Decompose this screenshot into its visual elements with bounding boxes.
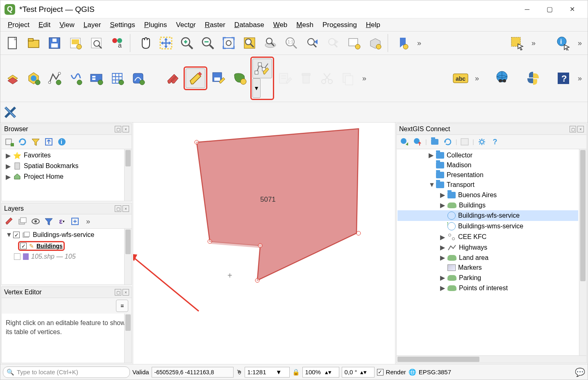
new-spatialite-button[interactable]	[66, 68, 85, 88]
label-tool-button[interactable]: abc	[451, 68, 470, 88]
tree-item[interactable]: ▶Collector	[397, 150, 578, 160]
tree-item[interactable]: ▼Transport	[397, 180, 578, 190]
vertex-marker[interactable]	[208, 239, 212, 244]
layers-tree[interactable]: ▼ ✓ Buildings-wfs-service ✓ ✎ Buildings …	[2, 229, 132, 284]
menu-web[interactable]: Web	[269, 19, 292, 31]
style-manager-button[interactable]: a	[107, 33, 127, 53]
new-gps-button[interactable]	[128, 68, 148, 88]
caret-icon[interactable]: ▶	[440, 233, 445, 241]
add-feature-button[interactable]	[229, 68, 249, 88]
save-project-button[interactable]	[45, 33, 64, 53]
panel-close-icon[interactable]: ×	[123, 289, 129, 296]
menu-plugins[interactable]: Plugins	[140, 19, 171, 31]
pan-to-selection-button[interactable]	[156, 33, 176, 53]
new-3d-view-button[interactable]	[365, 33, 385, 53]
tree-item[interactable]: Markers	[397, 263, 578, 273]
panel-close-icon[interactable]: ×	[123, 205, 129, 212]
collapse-all-icon[interactable]	[43, 137, 54, 147]
checkbox-icon[interactable]	[14, 253, 20, 260]
magnifier-input[interactable]: 100%▴▾	[302, 367, 339, 378]
menu-layer[interactable]: Layer	[79, 19, 105, 31]
tree-item[interactable]: ▶Highways	[397, 242, 578, 253]
menu-edit[interactable]: Edit	[34, 19, 54, 31]
toolbar-overflow-5[interactable]: »	[472, 74, 482, 83]
new-print-layout-button[interactable]	[66, 33, 85, 53]
menu-database[interactable]: Database	[230, 19, 268, 31]
refresh-icon[interactable]	[17, 137, 28, 147]
tree-item[interactable]: ▶Points of interest	[397, 283, 578, 293]
ngw-upload-icon[interactable]	[412, 137, 423, 147]
zoom-out-button[interactable]	[198, 33, 218, 53]
vertex-marker[interactable]	[258, 243, 263, 248]
zoom-to-selection-button[interactable]	[240, 33, 259, 53]
tree-item[interactable]: Buildings-wfs-service	[397, 210, 578, 221]
caret-icon[interactable]: ▶	[440, 243, 445, 251]
new-shapefile-button[interactable]	[45, 68, 64, 88]
tree-item[interactable]: ▶Land area	[397, 253, 578, 263]
maximize-button[interactable]: ▢	[538, 2, 561, 17]
tree-item[interactable]: Madison	[397, 160, 578, 170]
toggle-editing-button[interactable]	[186, 68, 205, 88]
new-map-view-button[interactable]	[344, 33, 364, 53]
checkbox-icon[interactable]: ✓	[20, 243, 27, 249]
toolbar-overflow-4[interactable]: »	[359, 74, 370, 83]
caret-icon[interactable]: ▶	[440, 254, 445, 262]
ngw-help-icon[interactable]: ?	[490, 137, 500, 147]
ngw-add-icon[interactable]	[399, 137, 410, 147]
expand-all-icon[interactable]	[70, 216, 80, 227]
vertex-marker[interactable]	[255, 278, 260, 283]
tree-item[interactable]: ▶CEE KFC	[397, 232, 578, 242]
scale-selector[interactable]: 1:1281▼	[245, 367, 290, 378]
panel-float-icon[interactable]: ▢	[115, 289, 121, 296]
new-virtual-layer-button[interactable]	[86, 68, 106, 88]
messages-icon[interactable]: 💬	[575, 367, 585, 377]
metasearch-button[interactable]	[493, 68, 513, 88]
hamburger-icon[interactable]: ≡	[116, 300, 128, 312]
panel-float-icon[interactable]: ▢	[115, 205, 121, 212]
render-checkbox[interactable]: ✓	[377, 369, 384, 375]
help-button[interactable]: ?	[554, 68, 573, 88]
zoom-last-button[interactable]	[302, 33, 322, 53]
select-features-button[interactable]	[507, 33, 527, 53]
caret-icon[interactable]: ▶	[440, 284, 445, 292]
filter-legend-icon[interactable]	[43, 216, 54, 227]
new-spatial-bookmark-button[interactable]	[393, 33, 413, 53]
layer-group[interactable]: ▼ ✓ Buildings-wfs-service	[2, 230, 131, 240]
panel-float-icon[interactable]: ▢	[115, 126, 121, 132]
menu-processing[interactable]: Processing	[318, 19, 361, 31]
panel-float-icon[interactable]: ▢	[570, 126, 576, 132]
zoom-full-button[interactable]	[219, 33, 238, 53]
plugin-x-icon[interactable]	[3, 105, 18, 120]
layer-styling-icon[interactable]	[4, 216, 15, 227]
menu-mesh[interactable]: Mesh	[292, 19, 318, 31]
vertex-tool-button[interactable]	[252, 59, 272, 78]
tree-item[interactable]: Presentation	[397, 170, 578, 180]
toolbar-overflow-3[interactable]: »	[574, 39, 585, 48]
active-layer-label[interactable]: Buildings	[36, 243, 63, 249]
properties-icon[interactable]: i	[57, 137, 67, 147]
caret-icon[interactable]: ▼	[429, 181, 434, 189]
tree-item[interactable]: Buildings-wms-service	[397, 221, 578, 232]
zoom-in-button[interactable]	[177, 33, 197, 53]
caret-icon[interactable]: ▶	[440, 274, 445, 282]
zoom-to-layer-button[interactable]	[261, 33, 280, 53]
filter-icon[interactable]	[30, 137, 41, 147]
add-layer-icon[interactable]	[4, 137, 15, 147]
rotation-input[interactable]: 0,0 °▴▾	[342, 367, 375, 378]
caret-icon[interactable]: ▶	[429, 151, 434, 159]
crs-icon[interactable]: 🌐	[409, 369, 416, 376]
ngw-new-folder-icon[interactable]	[429, 137, 440, 147]
browser-tree[interactable]: ▶⭐Favorites ▶Spatial Bookmarks ▶Project …	[2, 149, 132, 201]
menu-project[interactable]: Project	[4, 19, 34, 31]
new-geopackage-button[interactable]	[24, 68, 43, 88]
vertex-tool-dropdown[interactable]: ▼	[252, 78, 261, 98]
tree-item[interactable]: ▶Buildings	[397, 200, 578, 210]
tree-item[interactable]: ▶Parking	[397, 273, 578, 283]
identify-features-button[interactable]: i	[554, 33, 573, 53]
layers-overflow[interactable]: »	[83, 217, 93, 226]
pan-button[interactable]	[135, 33, 155, 53]
ngw-refresh-icon[interactable]	[443, 137, 453, 147]
open-project-button[interactable]	[24, 33, 43, 53]
nextgis-tree[interactable]: ▶CollectorMadisonPresentation▼Transport▶…	[397, 149, 586, 355]
menu-help[interactable]: Help	[362, 19, 384, 31]
